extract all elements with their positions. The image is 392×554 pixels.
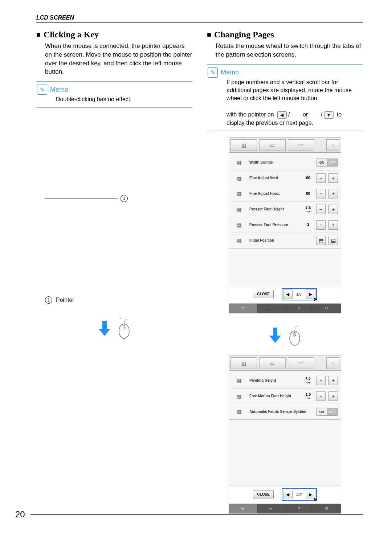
setting-value: 3 [303,223,313,227]
bottom-tab-2[interactable]: ⎓ [257,504,285,513]
pager-label: 2/7 [293,492,305,497]
section-title-changing: ■ Changing Pages [207,30,363,40]
cursor-icon: ➤ [313,496,318,503]
section-title-clicking: ■ Clicking a Key [36,30,192,40]
pager: ◀ 1/7 ▶ ➤ [282,288,317,300]
minus-button[interactable]: − [316,189,326,198]
header-rule [36,22,363,23]
pager-prev-button[interactable]: ◀ [283,290,293,299]
memo-text-1: If page numbers and a vertical scroll ba… [226,78,362,127]
setting-label: Free Motion Foot Height [249,394,300,398]
bottom-tab-3[interactable]: ? [285,304,313,313]
memo-icon: ✎ [208,67,218,78]
tab-1[interactable]: ▥ [230,357,257,369]
plus-button[interactable]: + [328,189,338,198]
pager-label: 1/7 [293,291,305,297]
page-header: LCD SCREEN [36,15,363,21]
home-button[interactable]: ⌂ [326,139,339,151]
section-title-text: Changing Pages [214,30,274,40]
setting-icon: ▦ [232,189,246,198]
down-arrow-icon [97,320,112,337]
mouse-icon [117,317,131,339]
setting-value: 7.5mm [303,206,313,213]
setting-row: ▦Fine Adjust Horiz.00−+ [231,186,339,202]
mouse-illustration-right [207,324,363,346]
home-button[interactable]: ⌂ [326,357,339,369]
setting-row: ▦Presser Foot Height7.5mm−+ [231,202,339,217]
setting-label: Fine Adjust Verti. [249,176,300,180]
bullet-icon: ■ [36,30,41,39]
setting-icon: ▦ [232,173,246,183]
bottom-tab-1[interactable]: ≡ [229,504,257,513]
plus-button[interactable]: + [328,173,338,183]
bottom-tab-1[interactable]: ≡ [229,304,257,313]
plus-button[interactable]: + [328,220,338,230]
tab-2[interactable]: ▭ [259,139,286,151]
bullet-icon: ■ [207,30,211,39]
minus-button[interactable]: − [316,220,326,230]
minus-button[interactable]: − [316,391,326,401]
setting-row: ▦Presser Foot Pressure3−+ [231,217,339,233]
pager: ◀ 2/7 ▶ ➤ [282,488,317,501]
memo-icon: ✎ [37,85,47,95]
down-arrow-icon [268,327,282,344]
bottom-tab-2[interactable]: ⎓ [257,304,285,313]
setting-icon: ▦ [232,376,246,385]
plus-button[interactable]: + [328,205,338,214]
svg-marker-4 [269,328,281,343]
setting-row: ▦Initial Position⬒⬓ [231,233,339,248]
bottom-bar: ≡ ⎓ ? ⟳ [229,504,341,514]
bottom-tab-4[interactable]: ⟳ [313,304,341,313]
bottom-tab-4[interactable]: ⟳ [313,504,341,513]
minus-button[interactable]: − [316,173,326,183]
close-button[interactable]: CLOSE [253,290,273,298]
position-left-button[interactable]: ⬒ [316,236,326,245]
tab-3[interactable]: 〰 [288,357,314,369]
minus-button[interactable]: − [316,376,326,385]
tab-1[interactable]: ▥ [230,139,257,151]
setting-label: Initial Position [249,238,313,242]
memo-text: Double-clicking has no effect. [56,95,192,103]
plus-button[interactable]: + [328,376,338,385]
plus-button[interactable]: + [328,391,338,401]
memo-label: Memo [50,86,68,94]
setting-row: ▦Free Motion Foot Height1.0mm−+ [231,389,339,404]
prev-icon: ◀ [277,111,287,119]
position-right-button[interactable]: ⬓ [328,236,338,245]
setting-value: 00 [303,176,313,180]
legend-text: Pointer [56,297,74,303]
callout-pointer-line: 1 [45,195,192,202]
setting-label: Width Control [249,160,313,164]
setting-row: ▦Width ControlONOFF [231,155,339,171]
memo-label: Memo [221,69,239,76]
legend-number: 1 [45,296,52,304]
setting-label: Presser Foot Pressure [249,223,300,227]
memo-box-left: ✎ Memo Double-clicking has no effect. [36,81,192,107]
callout-number: 1 [121,195,128,202]
setting-value: 00 [303,192,313,196]
bottom-tab-3[interactable]: ? [285,504,313,513]
footer-rule [30,514,363,515]
mouse-icon [287,324,302,346]
toggle[interactable]: ONOFF [316,408,338,416]
setting-icon: ▦ [232,205,246,214]
mouse-illustration-left [36,317,192,339]
tab-3[interactable]: 〰 [288,139,314,151]
section-body-changing: Rotate the mouse wheel to switch through… [216,42,363,59]
section-title-text: Clicking a Key [44,30,99,40]
pager-prev-button[interactable]: ◀ [283,490,293,499]
toggle[interactable]: ONOFF [316,159,338,167]
setting-label: Presser Foot Height [249,207,300,211]
bottom-bar: ≡ ⎓ ? ⟳ [229,304,341,313]
section-body-clicking: When the mouse is connected, the pointer… [45,42,192,76]
close-button[interactable]: CLOSE [253,490,273,498]
tab-2[interactable]: ▭ [259,357,286,369]
setting-row: ▦Pivoting Height3.2mm−+ [231,373,339,389]
setting-label: Pivoting Height [249,378,300,382]
lcd-screen-2: ▥ ▭ 〰 ⌂ ▦Pivoting Height3.2mm−+▦Free Mot… [229,356,341,514]
svg-marker-0 [99,321,110,336]
setting-icon: ▦ [232,236,246,245]
setting-label: Fine Adjust Horiz. [249,192,300,196]
page-number: 20 [15,509,25,520]
minus-button[interactable]: − [316,205,326,214]
